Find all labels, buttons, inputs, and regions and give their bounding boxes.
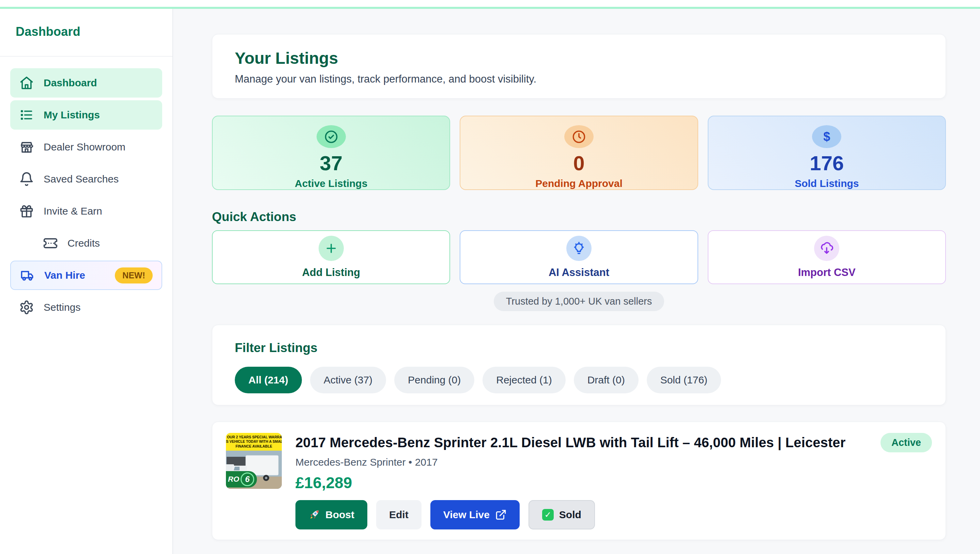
stat-card-pending-approval[interactable]: 0 Pending Approval	[460, 116, 698, 190]
sidebar-item-dealer-showroom[interactable]: Dealer Showroom	[10, 133, 162, 162]
filter-chip-all[interactable]: All (214)	[235, 367, 302, 393]
thumbnail-banner: OUT OUR 2 YEARS SPECIAL WARRANTY E THIS …	[226, 433, 282, 451]
cloud-download-icon	[814, 236, 839, 261]
home-icon	[19, 75, 34, 90]
sidebar-item-van-hire[interactable]: Van Hire NEW!	[10, 260, 162, 290]
status-badge: Active	[880, 433, 932, 452]
ticket-icon	[43, 236, 58, 251]
quick-actions-row: Add Listing AI Assistant Import CSV	[212, 230, 946, 284]
quick-actions-title: Quick Actions	[212, 210, 946, 224]
listing-thumbnail[interactable]: OUT OUR 2 YEARS SPECIAL WARRANTY E THIS …	[226, 433, 282, 489]
trusted-note-wrap: Trusted by 1,000+ UK van sellers	[212, 292, 946, 311]
trusted-note: Trusted by 1,000+ UK van sellers	[494, 292, 665, 311]
sidebar-item-dashboard[interactable]: Dashboard	[10, 68, 162, 97]
lightbulb-icon	[566, 236, 592, 261]
quick-action-label: Import CSV	[798, 267, 856, 279]
stat-value: 176	[810, 152, 844, 175]
sidebar-item-label: Credits	[67, 238, 100, 249]
listing-body: 2017 Mercedes-Benz Sprinter 2.1L Diesel …	[296, 433, 932, 529]
filter-chips-row: All (214) Active (37) Pending (0) Reject…	[235, 367, 923, 393]
page-title: Your Listings	[235, 49, 923, 67]
sidebar: Dashboard Dashboard My Listings Dealer S…	[0, 9, 173, 554]
gear-icon	[19, 300, 34, 315]
listing-title: 2017 Mercedes-Benz Sprinter 2.1L Diesel …	[296, 435, 932, 450]
mark-sold-button[interactable]: ✓ Sold	[528, 500, 595, 529]
quick-action-label: AI Assistant	[549, 267, 609, 279]
storefront-icon	[19, 139, 34, 155]
page-header-card: Your Listings Manage your van listings, …	[212, 34, 946, 99]
stat-value: 0	[573, 152, 584, 175]
sidebar-item-label: Dealer Showroom	[44, 141, 126, 153]
sidebar-item-label: My Listings	[44, 109, 100, 121]
edit-button[interactable]: Edit	[376, 500, 422, 529]
listing-price: £16,289	[296, 474, 932, 492]
filter-chip-sold[interactable]: Sold (176)	[647, 367, 721, 393]
sidebar-item-saved-searches[interactable]: Saved Searches	[10, 164, 162, 194]
stat-card-sold-listings[interactable]: $ 176 Sold Listings	[708, 116, 946, 190]
external-link-icon	[495, 509, 507, 520]
clock-icon	[564, 125, 593, 148]
check-circle-icon	[317, 125, 346, 148]
import-csv-card[interactable]: Import CSV	[708, 230, 946, 284]
boost-button[interactable]: Boost	[296, 500, 368, 529]
gift-icon	[19, 204, 34, 219]
add-listing-card[interactable]: Add Listing	[212, 230, 450, 284]
sidebar-header: Dashboard	[0, 9, 172, 57]
stat-label: Active Listings	[295, 178, 368, 189]
sidebar-item-label: Invite & Earn	[44, 205, 102, 217]
stat-label: Sold Listings	[795, 178, 859, 189]
plus-icon	[318, 236, 344, 261]
sidebar-item-credits[interactable]: Credits	[10, 228, 162, 258]
stat-card-active-listings[interactable]: 37 Active Listings	[212, 116, 450, 190]
filter-chip-rejected[interactable]: Rejected (1)	[482, 367, 565, 393]
sidebar-title: Dashboard	[16, 25, 157, 39]
stat-label: Pending Approval	[535, 178, 622, 189]
check-mark-icon: ✓	[542, 509, 554, 520]
filter-listings-card: Filter Listings All (214) Active (37) Pe…	[212, 325, 946, 405]
truck-icon	[20, 268, 35, 283]
filter-chip-active[interactable]: Active (37)	[310, 367, 386, 393]
pro-photo-count-badge: RO 6	[226, 471, 257, 487]
rocket-icon	[309, 509, 320, 520]
listing-actions: Boost Edit View Live ✓ Sold	[296, 500, 932, 529]
sidebar-item-settings[interactable]: Settings	[10, 293, 162, 322]
filter-chip-draft[interactable]: Draft (0)	[574, 367, 639, 393]
new-badge: NEW!	[115, 267, 153, 284]
top-strip	[0, 0, 980, 7]
bell-icon	[19, 172, 34, 187]
filter-chip-pending[interactable]: Pending (0)	[394, 367, 474, 393]
view-live-button[interactable]: View Live	[430, 500, 520, 529]
sidebar-item-label: Saved Searches	[44, 173, 119, 185]
stats-row: 37 Active Listings 0 Pending Approval $ …	[212, 116, 946, 190]
sidebar-nav: Dashboard My Listings Dealer Showroom Sa…	[0, 57, 172, 336]
dollar-icon: $	[812, 125, 841, 148]
listing-meta: Mercedes-Benz Sprinter • 2017	[296, 457, 932, 468]
listing-row: OUT OUR 2 YEARS SPECIAL WARRANTY E THIS …	[212, 421, 946, 540]
quick-action-label: Add Listing	[302, 267, 360, 279]
ai-assistant-card[interactable]: AI Assistant	[460, 230, 698, 284]
sidebar-item-label: Settings	[44, 302, 80, 313]
sidebar-item-my-listings[interactable]: My Listings	[10, 100, 162, 129]
sidebar-item-invite-earn[interactable]: Invite & Earn	[10, 196, 162, 226]
list-icon	[19, 107, 34, 123]
filter-listings-title: Filter Listings	[235, 341, 923, 355]
page-subtitle: Manage your van listings, track performa…	[235, 73, 923, 85]
main-content: Your Listings Manage your van listings, …	[173, 9, 980, 554]
stat-value: 37	[320, 152, 342, 175]
sidebar-item-label: Dashboard	[44, 77, 97, 89]
sidebar-item-label: Van Hire	[44, 270, 85, 281]
